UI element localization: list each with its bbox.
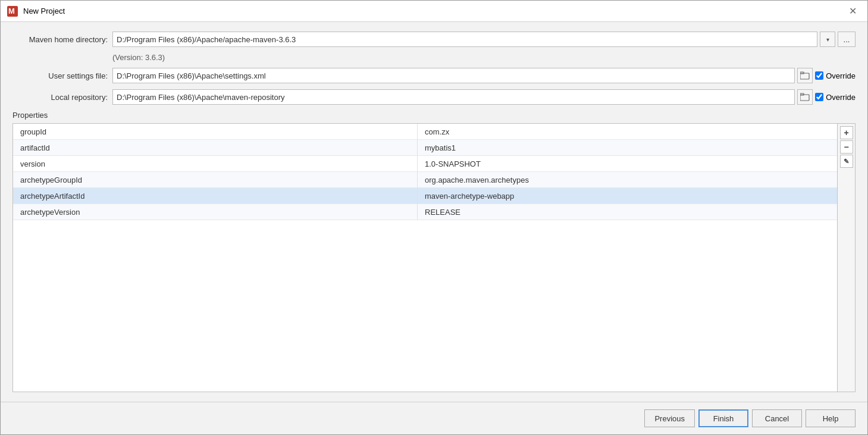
close-button[interactable]: ✕ <box>844 2 861 20</box>
prop-key-artifactid: artifactId <box>13 140 418 155</box>
user-settings-label: User settings file: <box>12 71 108 80</box>
prop-key-groupid: groupId <box>13 124 418 139</box>
prop-key-version: version <box>13 156 418 171</box>
maven-home-input[interactable] <box>112 32 817 47</box>
local-repo-row: Local repository: Override <box>12 89 856 105</box>
local-repo-label: Local repository: <box>12 93 108 102</box>
prop-value-version: 1.0-SNAPSHOT <box>418 156 837 171</box>
properties-table: groupId com.zx artifactId mybatis1 versi… <box>13 124 837 392</box>
new-project-dialog: M New Project ✕ Maven home directory: ▾ … <box>0 0 868 435</box>
finish-button[interactable]: Finish <box>698 409 748 427</box>
dialog-footer: Previous Finish Cancel Help <box>1 402 867 434</box>
local-repo-override-label: Override <box>826 93 856 102</box>
table-row[interactable]: version 1.0-SNAPSHOT <box>13 156 837 172</box>
prop-key-archetype-artifactid: archetypeArtifactId <box>13 188 418 204</box>
previous-button[interactable]: Previous <box>644 409 695 427</box>
local-repo-input[interactable] <box>112 89 795 105</box>
title-bar: M New Project ✕ <box>1 1 867 22</box>
local-repo-override-checkbox[interactable] <box>815 93 823 101</box>
table-row[interactable]: artifactId mybatis1 <box>13 140 837 156</box>
prop-value-archetype-artifactid: maven-archetype-webapp <box>418 188 837 204</box>
maven-home-dropdown-btn[interactable]: ▾ <box>820 32 835 47</box>
user-settings-override-checkbox[interactable] <box>815 71 823 80</box>
table-row[interactable]: groupId com.zx <box>13 124 837 140</box>
cancel-button[interactable]: Cancel <box>752 409 802 427</box>
user-settings-browse-btn[interactable] <box>797 68 813 83</box>
maven-home-label: Maven home directory: <box>12 35 108 44</box>
user-settings-row: User settings file: Override <box>12 68 856 83</box>
maven-home-row: Maven home directory: ▾ ... <box>12 32 856 47</box>
properties-section-label: Properties <box>12 111 856 120</box>
maven-version-text: (Version: 3.6.3) <box>112 53 856 62</box>
main-content: Maven home directory: ▾ ... (Version: 3.… <box>1 22 867 402</box>
table-row[interactable]: archetypeVersion RELEASE <box>13 204 837 220</box>
user-settings-input-group: Override <box>112 68 856 83</box>
prop-key-archetype-version: archetypeVersion <box>13 204 418 220</box>
maven-home-browse-btn[interactable]: ... <box>838 32 856 47</box>
prop-value-groupid: com.zx <box>418 124 837 139</box>
local-repo-input-group: Override <box>112 89 856 105</box>
properties-sidebar: + − ✎ <box>837 124 855 392</box>
title-bar-left: M New Project <box>7 5 65 17</box>
svg-text:M: M <box>8 7 15 15</box>
add-property-button[interactable]: + <box>840 126 853 139</box>
user-settings-input[interactable] <box>112 68 795 83</box>
help-button[interactable]: Help <box>806 409 856 427</box>
table-row[interactable]: archetypeArtifactId maven-archetype-weba… <box>13 188 837 204</box>
remove-property-button[interactable]: − <box>840 140 853 154</box>
prop-value-archetype-version: RELEASE <box>418 204 837 220</box>
dialog-title: New Project <box>23 7 65 15</box>
table-row[interactable]: archetypeGroupId org.apache.maven.archet… <box>13 172 837 188</box>
prop-value-archetype-groupid: org.apache.maven.archetypes <box>418 172 837 187</box>
edit-property-button[interactable]: ✎ <box>840 155 853 168</box>
prop-key-archetype-groupid: archetypeGroupId <box>13 172 418 187</box>
local-repo-browse-btn[interactable] <box>797 89 813 105</box>
local-repo-override-group: Override <box>815 93 856 102</box>
user-settings-override-label: Override <box>826 71 856 80</box>
properties-section: Properties groupId com.zx artifactId myb… <box>12 111 856 392</box>
maven-home-input-group: ▾ ... <box>112 32 856 47</box>
maven-icon: M <box>7 5 18 17</box>
properties-container: groupId com.zx artifactId mybatis1 versi… <box>12 123 856 392</box>
user-settings-override-group: Override <box>815 71 856 80</box>
prop-value-artifactid: mybatis1 <box>418 140 837 155</box>
